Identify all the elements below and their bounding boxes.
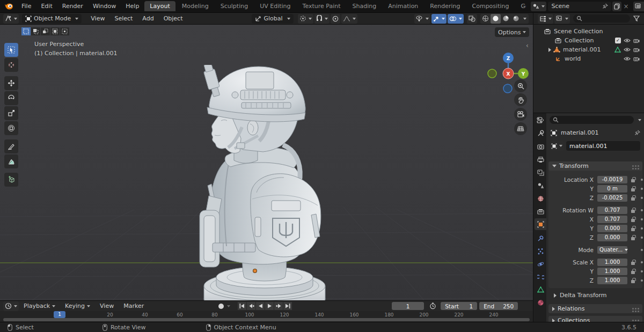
viewport-menu-add[interactable]: Add <box>137 15 158 22</box>
checkbox-icon[interactable]: ✓ <box>615 38 621 43</box>
lock-icon[interactable] <box>631 186 636 192</box>
menu-render[interactable]: Render <box>57 3 88 10</box>
jump-to-start-button[interactable] <box>238 302 246 310</box>
tab-object[interactable] <box>535 218 546 230</box>
scale-x-field[interactable]: 1.000 <box>597 259 627 266</box>
tab-object-data[interactable] <box>535 284 546 296</box>
expand-arrow-icon[interactable] <box>548 48 551 52</box>
rotation-mode-dropdown[interactable]: Quater... <box>597 246 627 254</box>
pivot-point-icon[interactable] <box>298 14 313 24</box>
ortho-toggle-button[interactable] <box>514 122 527 135</box>
menu-edit[interactable]: Edit <box>36 3 57 10</box>
scale-y-field[interactable]: 1.000 <box>597 268 627 275</box>
animate-dot[interactable] <box>641 188 643 190</box>
workspace-tab-texturepaint[interactable]: Texture Paint <box>297 1 346 11</box>
object-origin-dot[interactable] <box>253 269 257 272</box>
tool-add-primitive[interactable] <box>4 173 18 187</box>
xray-toggle[interactable] <box>467 14 477 24</box>
select-circle-icon[interactable] <box>41 27 50 35</box>
tab-collection[interactable] <box>535 205 546 217</box>
menu-window[interactable]: Window <box>88 3 121 10</box>
frame-end-field[interactable]: End 250 <box>479 302 518 310</box>
animate-dot[interactable] <box>641 261 643 263</box>
pin-icon[interactable] <box>602 3 608 9</box>
lock-icon[interactable] <box>631 226 636 232</box>
workspace-tab-animation[interactable]: Animation <box>383 1 423 11</box>
lock-icon[interactable] <box>631 235 636 241</box>
falloff-curve-icon[interactable] <box>341 14 357 24</box>
outliner-row-world[interactable]: world <box>533 54 644 63</box>
eye-icon[interactable] <box>624 56 631 61</box>
workspace-tab-shading[interactable]: Shading <box>347 1 382 11</box>
proportional-edit-icon[interactable] <box>331 14 340 24</box>
rotation-x-field[interactable]: 0.707 <box>597 216 627 223</box>
camera-view-button[interactable] <box>514 108 527 121</box>
outliner-row-scene-collection[interactable]: Scene Collection <box>533 27 644 36</box>
filter-icon[interactable] <box>633 16 640 22</box>
gizmos-toggle[interactable] <box>431 14 447 24</box>
animate-dot[interactable] <box>641 197 643 199</box>
tab-tool[interactable] <box>535 127 546 139</box>
timeline-scrollbar[interactable] <box>3 318 530 321</box>
panel-drag-dots[interactable] <box>632 165 634 167</box>
select-paint-icon[interactable] <box>60 27 69 35</box>
tab-world[interactable] <box>535 193 546 204</box>
viewport-menu-view[interactable]: View <box>86 15 109 22</box>
sidebar-toggle-icon[interactable]: ‹ <box>526 42 529 49</box>
tab-material[interactable] <box>535 297 546 308</box>
animate-dot[interactable] <box>641 209 643 211</box>
prev-keyframe-button[interactable] <box>247 302 255 310</box>
panel-drag-dots[interactable] <box>632 320 634 321</box>
mesh-data-icon[interactable] <box>614 47 621 53</box>
shading-rendered-icon[interactable] <box>511 14 521 24</box>
tab-output[interactable] <box>535 154 546 166</box>
properties-options-icon[interactable] <box>638 119 641 121</box>
workspace-tab-compositing[interactable]: Compositing <box>467 1 515 11</box>
eye-icon[interactable] <box>624 38 631 43</box>
tab-physics[interactable] <box>535 258 546 270</box>
tab-view-layer[interactable] <box>535 167 546 179</box>
outliner-row-collection[interactable]: Collection ✓ <box>533 36 644 45</box>
select-tweak-icon[interactable] <box>21 27 31 35</box>
camera-restrict-icon[interactable] <box>633 38 640 43</box>
menu-file[interactable]: File <box>17 3 36 10</box>
camera-restrict-icon[interactable] <box>633 56 640 62</box>
rotation-w-field[interactable]: 0.707 <box>597 206 627 214</box>
animate-dot[interactable] <box>641 179 643 181</box>
options-button[interactable]: Options <box>495 27 529 37</box>
lock-icon[interactable] <box>631 260 636 265</box>
playhead[interactable]: 1 <box>54 311 65 318</box>
scene-browse-icon[interactable] <box>531 2 546 11</box>
workspace-tab-modeling[interactable]: Modeling <box>177 1 214 11</box>
tab-modifiers[interactable] <box>535 232 546 244</box>
outliner-display-mode-icon[interactable] <box>554 14 570 24</box>
statue-model[interactable] <box>177 65 360 300</box>
blender-logo-icon[interactable] <box>4 3 13 10</box>
location-z-field[interactable]: -0.0025 <box>597 194 627 202</box>
lock-icon[interactable] <box>631 208 636 213</box>
animate-dot[interactable] <box>641 227 643 230</box>
viewport-3d[interactable]: Options User Perspective (1) Collection … <box>0 25 533 300</box>
timeline-menu-view[interactable]: View <box>95 303 119 309</box>
rotation-z-field[interactable]: 0.000 <box>597 234 627 241</box>
properties-editor-type-icon[interactable] <box>535 114 546 126</box>
tab-render[interactable] <box>535 141 546 153</box>
animate-dot[interactable] <box>641 237 643 239</box>
outliner-search-input[interactable] <box>573 14 630 23</box>
timeline-editor-type-icon[interactable] <box>3 301 19 311</box>
next-keyframe-button[interactable] <box>274 302 283 310</box>
location-x-field[interactable]: -0.0019 <box>597 176 627 183</box>
scene-name-field[interactable]: Scene <box>548 2 611 11</box>
overlays-toggle[interactable] <box>448 14 464 24</box>
mode-dropdown[interactable]: Object Mode <box>22 14 82 24</box>
delta-transform-header[interactable]: Delta Transform <box>554 292 607 299</box>
viewport-menu-object[interactable]: Object <box>159 15 188 22</box>
shading-wireframe-icon[interactable] <box>480 14 491 24</box>
chevron-down-icon[interactable] <box>523 18 526 20</box>
select-lasso-icon[interactable] <box>50 27 60 35</box>
timeline-ruler[interactable]: 20 40 60 80 100 120 140 160 180 200 220 … <box>0 311 533 322</box>
menu-help[interactable]: Help <box>121 3 144 10</box>
tool-transform[interactable] <box>4 121 18 135</box>
lock-icon[interactable] <box>631 217 636 223</box>
new-scene-icon[interactable] <box>612 2 621 11</box>
